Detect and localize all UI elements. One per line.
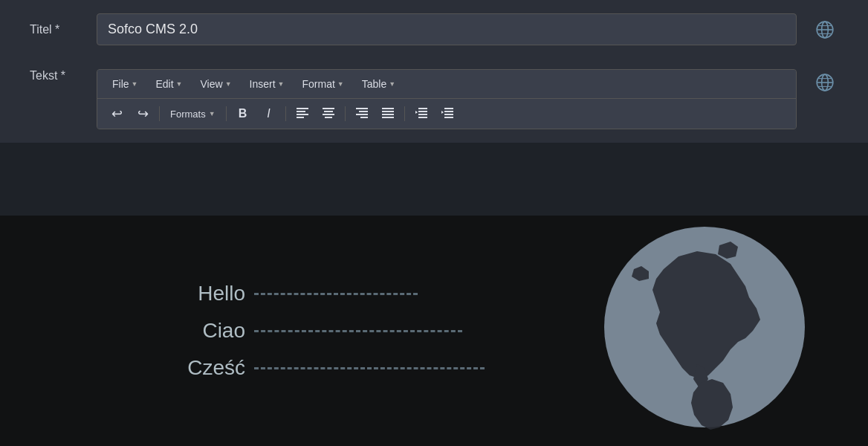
menu-table[interactable]: Table ▼: [354, 74, 403, 94]
align-justify-button[interactable]: [376, 103, 400, 125]
menu-view[interactable]: View ▼: [193, 74, 239, 94]
svg-marker-30: [441, 111, 444, 114]
globe-svg-large: [600, 223, 809, 431]
menu-bar: File ▼ Edit ▼ View ▼ Insert ▼ Format ▼: [97, 70, 796, 99]
table-chevron: ▼: [389, 80, 395, 88]
svg-rect-24: [418, 117, 427, 118]
tekst-globe-icon: [815, 73, 835, 92]
svg-rect-19: [382, 114, 394, 115]
menu-insert[interactable]: Insert ▼: [242, 74, 292, 94]
insert-chevron: ▼: [278, 80, 285, 88]
menu-edit[interactable]: Edit ▼: [148, 74, 190, 94]
italic-button[interactable]: I: [257, 103, 281, 125]
svg-rect-7: [297, 114, 308, 115]
title-input[interactable]: [97, 13, 797, 45]
sep1: [159, 106, 160, 121]
sep2: [226, 106, 227, 121]
globe-icon: [815, 20, 835, 39]
svg-rect-5: [297, 108, 308, 109]
svg-rect-6: [297, 111, 305, 112]
indent-button[interactable]: [435, 103, 459, 125]
svg-rect-8: [297, 117, 304, 118]
edit-chevron: ▼: [176, 80, 183, 88]
svg-rect-13: [356, 108, 368, 109]
svg-rect-10: [324, 111, 333, 112]
czesc-word: Cześć: [149, 356, 245, 380]
svg-rect-12: [325, 117, 332, 118]
redo-button[interactable]: ↪: [131, 103, 155, 125]
tekst-label: Tekst *: [30, 69, 82, 83]
align-left-icon: [297, 108, 308, 120]
align-center-icon: [323, 108, 334, 120]
svg-rect-14: [359, 111, 368, 112]
svg-rect-23: [418, 114, 427, 115]
tekst-globe-button[interactable]: [812, 69, 838, 96]
ciao-word: Ciao: [149, 319, 245, 343]
svg-rect-26: [444, 108, 453, 109]
svg-rect-17: [382, 108, 394, 109]
undo-icon: ↩: [111, 106, 123, 122]
svg-marker-25: [415, 111, 418, 114]
align-justify-icon: [382, 108, 394, 120]
svg-rect-22: [418, 111, 427, 112]
svg-rect-29: [444, 117, 453, 118]
svg-rect-21: [418, 108, 427, 109]
hello-line: [254, 293, 418, 295]
tekst-row: Tekst * File ▼ Edit ▼ View ▼ Insert ▼: [30, 59, 838, 143]
formats-chevron: ▼: [209, 110, 216, 117]
undo-button[interactable]: ↩: [105, 103, 129, 125]
formats-dropdown[interactable]: Formats ▼: [164, 103, 221, 125]
globe-illustration: [600, 223, 809, 431]
svg-rect-20: [382, 117, 394, 118]
hello-word: Hello: [149, 282, 245, 306]
align-right-button[interactable]: [350, 103, 374, 125]
editor-area: File ▼ Edit ▼ View ▼ Insert ▼ Format ▼: [97, 69, 797, 129]
indent-icon: [441, 108, 453, 120]
align-center-button[interactable]: [317, 103, 340, 125]
title-globe-button[interactable]: [812, 16, 838, 43]
outdent-icon: [415, 108, 427, 120]
menu-file[interactable]: File ▼: [105, 74, 145, 94]
svg-rect-11: [323, 114, 334, 115]
redo-icon: ↪: [137, 106, 149, 122]
title-label: Titel *: [30, 23, 82, 36]
outdent-button[interactable]: [409, 103, 433, 125]
sep4: [345, 106, 346, 121]
format-chevron: ▼: [337, 80, 344, 88]
align-left-button[interactable]: [291, 103, 314, 125]
menu-format[interactable]: Format ▼: [294, 74, 351, 94]
align-right-icon: [356, 108, 368, 120]
toolbar: ↩ ↪ Formats ▼ B I: [97, 99, 796, 129]
czesc-line: [254, 367, 485, 369]
svg-rect-28: [444, 114, 453, 115]
svg-rect-16: [360, 117, 368, 118]
sep3: [285, 106, 286, 121]
ciao-line: [254, 330, 462, 332]
title-row: Titel *: [30, 0, 838, 59]
svg-rect-9: [323, 108, 334, 109]
svg-rect-27: [444, 111, 453, 112]
view-chevron: ▼: [225, 80, 232, 88]
sep5: [404, 106, 405, 121]
svg-rect-18: [382, 111, 394, 112]
bold-button[interactable]: B: [231, 103, 255, 125]
svg-rect-15: [356, 114, 368, 115]
file-chevron: ▼: [132, 80, 138, 88]
